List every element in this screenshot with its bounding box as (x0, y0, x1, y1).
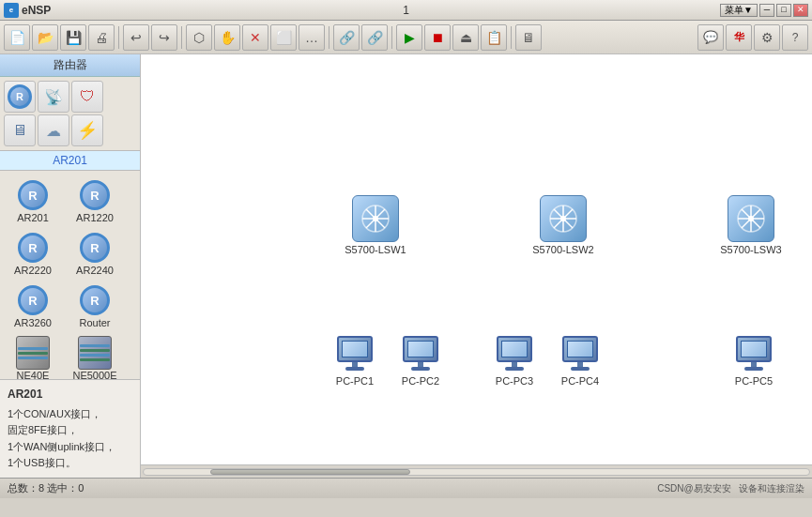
minimize-button[interactable]: ─ (759, 4, 774, 17)
firewall-type-btn[interactable]: 🛡 (71, 81, 103, 113)
print-button[interactable]: 🖨 (88, 24, 115, 51)
status-right-info: CSDN@易安安安 设备和连接渲染 (657, 482, 804, 495)
canvas-device-PC-PC3[interactable]: PC-PC3 (482, 336, 547, 387)
app-name: eNSP (22, 4, 51, 17)
canvas-device-PC-PC5[interactable]: PC-PC5 (721, 336, 787, 387)
LSW1-label: S5700-LSW1 (345, 244, 406, 255)
title-bar: e eNSP 1 菜单▼ ─ □ ✕ (0, 0, 812, 21)
wireless-type-btn[interactable]: 📡 (38, 81, 69, 113)
device-item-AR201[interactable]: R AR201 (4, 176, 62, 225)
pc-icon-PC2 (400, 336, 441, 373)
device-item-AR1220[interactable]: R AR1220 (66, 176, 124, 225)
cloud-type-btn[interactable]: ☁ (38, 114, 69, 146)
AR2220-icon: R (16, 231, 50, 265)
link2-button[interactable]: 🔗 (361, 24, 388, 51)
stop-button[interactable]: ⏹ (424, 24, 451, 51)
device-item-AR2240[interactable]: R AR2240 (66, 229, 124, 278)
canvas-device-PC-PC4[interactable]: PC-PC4 (547, 336, 613, 387)
save-button[interactable]: 💾 (60, 24, 86, 51)
bolt-type-btn[interactable]: ⚡ (71, 114, 103, 146)
device-description-panel: AR201 1个CON/AUX接口，固定8FE接口，1个WAN侧uplink接口… (0, 379, 140, 478)
monitor-icon: 🖥 (12, 122, 27, 139)
AR201-icon: R (16, 178, 50, 212)
AR3260-label: AR3260 (14, 317, 52, 328)
undo-button[interactable]: ↩ (123, 24, 149, 51)
sidebar-category-title: 路由器 (0, 54, 140, 77)
PC5-label: PC-PC5 (735, 375, 773, 387)
maximize-button[interactable]: □ (776, 4, 791, 17)
sep3 (329, 26, 329, 49)
main-area: 路由器 R 📡 🛡 🖥 ☁ ⚡ AR201 (0, 54, 812, 478)
window-controls: 菜单▼ ─ □ ✕ (720, 4, 808, 17)
pc-icon-PC1 (334, 336, 375, 373)
svg-point-17 (748, 216, 754, 221)
close-button[interactable]: ✕ (793, 4, 808, 17)
help-button[interactable]: ? (782, 24, 808, 51)
menu-button[interactable]: 菜单▼ (720, 4, 758, 17)
Router-label: Router (79, 317, 110, 328)
hscroll-thumb[interactable] (210, 469, 410, 475)
device-subcategory-label: AR201 (0, 151, 140, 171)
pc-icon-PC4 (559, 336, 601, 373)
chat-button[interactable]: 💬 (697, 24, 724, 51)
hscroll-track (143, 468, 810, 476)
sep4 (391, 26, 392, 49)
device-item-NE5000E[interactable]: NE5000E (66, 334, 124, 379)
capture-button[interactable]: 📋 (481, 24, 507, 51)
canvas-horizontal-scrollbar[interactable] (141, 464, 812, 478)
switch-svg-LSW1 (359, 202, 392, 236)
canvas-device-PC-PC2[interactable]: PC-PC2 (388, 336, 453, 387)
select-button[interactable]: ⬡ (186, 24, 212, 51)
firewall-icon: 🛡 (80, 88, 95, 105)
AR201-label: AR201 (17, 212, 49, 223)
svg-point-5 (373, 216, 378, 221)
switch-svg-LSW2 (546, 202, 580, 236)
device-item-NE40E[interactable]: NE40E (4, 334, 62, 379)
router-icon: R (8, 84, 32, 109)
device-item-Router[interactable]: R Router (66, 281, 124, 330)
device-type-icons: R 📡 🛡 🖥 ☁ ⚡ (0, 77, 140, 151)
canvas-device-S5700-LSW2[interactable]: S5700-LSW2 (530, 195, 596, 255)
pause-button[interactable]: ⏏ (452, 24, 479, 51)
sep1 (118, 26, 119, 49)
svg-point-11 (560, 216, 566, 221)
canvas-area[interactable]: S5700-LSW1 S5700-LSW2 (141, 54, 812, 478)
PC3-label: PC-PC3 (496, 375, 533, 387)
open-button[interactable]: 📂 (32, 24, 58, 51)
redo-button[interactable]: ↪ (151, 24, 177, 51)
monitor-type-btn[interactable]: 🖥 (4, 114, 36, 146)
new-button[interactable]: 📄 (4, 24, 30, 51)
cloud-icon: ☁ (46, 122, 61, 140)
device-item-AR3260[interactable]: R AR3260 (4, 281, 62, 330)
link-button[interactable]: 🔗 (333, 24, 360, 51)
AR1220-icon: R (78, 178, 112, 212)
router-type-btn[interactable]: R (4, 81, 36, 113)
NE40E-label: NE40E (17, 370, 50, 379)
canvas-device-S5700-LSW3[interactable]: S5700-LSW3 (718, 195, 784, 255)
start-button[interactable]: ▶ (396, 24, 422, 51)
pan-button[interactable]: ✋ (214, 24, 240, 51)
sidebar: 路由器 R 📡 🛡 🖥 ☁ ⚡ AR201 (0, 54, 141, 478)
rect-button[interactable]: ⬜ (270, 24, 297, 51)
NE40E-icon (16, 336, 50, 370)
NE5000E-icon (78, 336, 112, 370)
huawei-button[interactable]: 华 (726, 24, 752, 51)
canvas-device-S5700-LSW1[interactable]: S5700-LSW1 (343, 195, 408, 255)
pc-icon-PC3 (494, 336, 535, 373)
status-count: 总数：8 选中：0 (8, 481, 84, 495)
settings-button[interactable]: ⚙ (754, 24, 780, 51)
device-item-AR2220[interactable]: R AR2220 (4, 229, 62, 278)
sep2 (181, 26, 182, 49)
NE5000E-label: NE5000E (72, 370, 116, 379)
desc-title: AR201 (8, 386, 132, 403)
AR2220-label: AR2220 (14, 265, 52, 276)
app-icon: e (4, 3, 19, 18)
PC1-label: PC-PC1 (336, 375, 374, 387)
app-logo: e eNSP (4, 3, 51, 18)
canvas-device-PC-PC1[interactable]: PC-PC1 (322, 336, 388, 387)
delete-button[interactable]: ✕ (242, 24, 268, 51)
sep5 (511, 26, 512, 49)
PC4-label: PC-PC4 (561, 375, 599, 387)
text-button[interactable]: … (299, 24, 325, 51)
terminal-button[interactable]: 🖥 (515, 24, 542, 51)
